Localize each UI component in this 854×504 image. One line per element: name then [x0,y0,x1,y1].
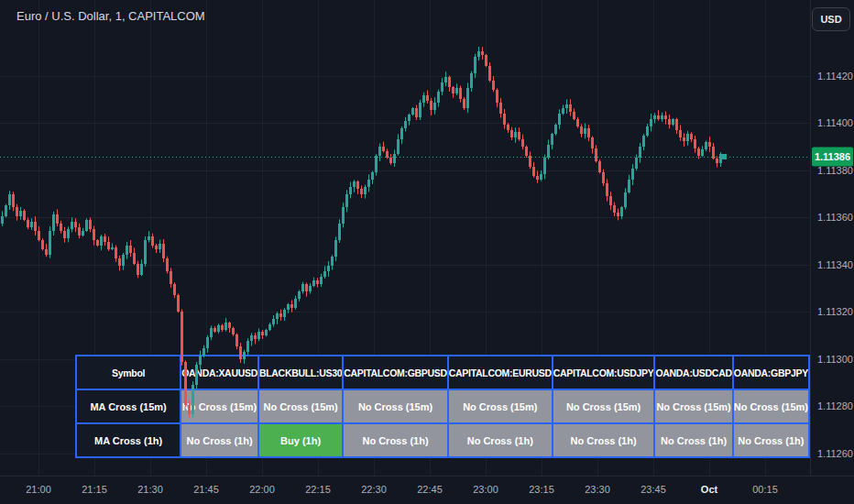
signal-cell-none: No Cross (1h) [343,423,448,457]
time-label: 00:15 [752,484,778,495]
time-label: 21:45 [193,484,219,495]
table-header-cell: OANDA:XAUUSD [181,356,258,389]
signal-cell-none: No Cross (1h) [553,423,655,457]
symbol-legend[interactable]: Euro / U.S. Dollar, 1, CAPITALCOM [16,9,205,23]
time-label: 23:15 [529,484,554,495]
price-label: 1.11260 [817,448,853,459]
time-label: 22:15 [305,484,331,495]
signal-cell-none: No Cross (15m) [181,389,258,423]
price-axis[interactable]: 1.114201.114001.113801.113601.113401.113… [810,0,854,476]
time-label: 21:15 [82,484,107,495]
signal-cell-none: No Cross (15m) [553,389,655,423]
trading-chart-window: SymbolOANDA:XAUUSDBLACKBULL:US30CAPITALC… [0,0,854,504]
price-label: 1.11320 [817,306,853,317]
table-header-cell: BLACKBULL:US30 [258,356,343,389]
time-axis[interactable]: 21:0021:1521:3021:4522:0022:1522:3022:45… [0,476,854,504]
time-label: 21:00 [26,484,51,495]
price-label: 1.11380 [817,165,853,176]
signal-cell-none: No Cross (15m) [258,389,343,423]
table-row-label: MA Cross (1h) [76,423,181,457]
signal-cell-none: No Cross (15m) [733,389,809,423]
time-label: 23:45 [640,484,666,495]
time-label: 23:30 [585,484,610,495]
table-header-cell: OANDA:GBPJPY [733,356,809,389]
price-label: 1.11300 [817,354,853,365]
time-label: 22:30 [361,484,387,495]
table-header-cell: CAPITALCOM:GBPUSD [343,356,448,389]
h-gridline [0,170,810,171]
time-label: 21:30 [137,484,163,495]
h-gridline [0,217,810,218]
table-row-label: MA Cross (15m) [76,389,181,423]
table-header-cell: OANDA:USDCAD [654,356,732,389]
signal-cell-none: No Cross (1h) [181,423,258,457]
table-header-cell: CAPITALCOM:USDJPY [553,356,655,389]
signal-cell-none: No Cross (15m) [448,389,553,423]
h-gridline [0,312,810,312]
h-gridline [0,123,810,124]
time-label: 22:45 [417,484,443,495]
chart-canvas[interactable]: SymbolOANDA:XAUUSDBLACKBULL:US30CAPITALC… [0,0,810,476]
price-label: 1.11340 [817,259,853,270]
signal-cell-none: No Cross (1h) [654,423,732,457]
price-label: 1.11280 [817,400,853,411]
signal-cell-none: No Cross (1h) [733,423,809,457]
signal-cell-none: No Cross (15m) [654,389,732,423]
table-header-symbol: Symbol [76,356,181,389]
h-gridline [0,76,810,77]
last-price-badge: 1.11386 [812,148,853,167]
price-label: 1.11360 [817,212,853,223]
currency-toggle-button[interactable]: USD [812,7,850,31]
price-label: 1.11420 [817,71,853,82]
signal-cell-buy: Buy (1h) [258,423,343,457]
time-label: 23:00 [473,484,498,495]
ma-cross-table[interactable]: SymbolOANDA:XAUUSDBLACKBULL:US30CAPITALC… [75,355,810,458]
time-label: 22:00 [249,484,275,495]
v-gridline [38,0,39,476]
signal-cell-none: No Cross (1h) [448,423,553,457]
table-header-cell: CAPITALCOM:EURUSD [448,356,553,389]
price-label: 1.11400 [817,117,853,128]
time-label: Oct [701,484,717,495]
h-gridline [0,265,810,266]
signal-cell-none: No Cross (15m) [343,389,448,423]
